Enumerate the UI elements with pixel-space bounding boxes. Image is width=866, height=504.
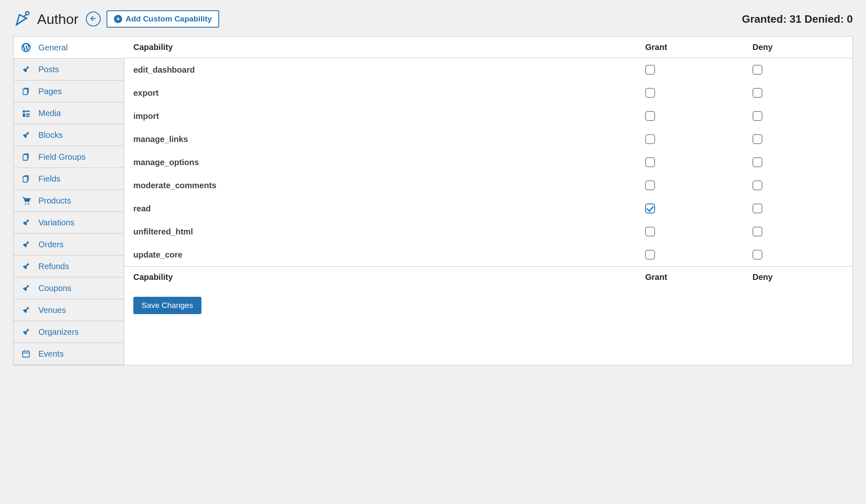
wordpress-icon <box>21 43 31 52</box>
sidebar-item-label: Variations <box>38 218 74 227</box>
grant-cell <box>645 227 752 237</box>
sidebar-item-label: Refunds <box>38 262 69 271</box>
sidebar-item-label: Venues <box>38 305 66 315</box>
sidebar-item-label: Field Groups <box>38 152 86 162</box>
sidebar-item-field-groups[interactable]: Field Groups <box>14 146 124 168</box>
svg-rect-13 <box>23 351 30 357</box>
pin-icon <box>21 283 31 293</box>
deny-checkbox[interactable] <box>752 88 762 98</box>
table-footer: Capability Grant Deny <box>124 266 852 288</box>
deny-checkbox[interactable] <box>752 65 762 75</box>
add-custom-capability-button[interactable]: + Add Custom Capability <box>106 10 219 28</box>
plus-circle-icon: + <box>114 15 122 23</box>
sidebar-item-organizers[interactable]: Organizers <box>14 321 124 343</box>
deny-checkbox[interactable] <box>752 180 762 190</box>
col-capability: Capability <box>133 272 645 282</box>
grant-checkbox[interactable] <box>645 157 655 167</box>
deny-checkbox[interactable] <box>752 203 762 213</box>
sidebar-item-variations[interactable]: Variations <box>14 212 124 234</box>
sidebar-item-label: Posts <box>38 65 59 74</box>
deny-cell <box>752 157 843 167</box>
capability-name: unfiltered_html <box>133 227 645 237</box>
capability-name: read <box>133 204 645 213</box>
capability-row: manage_links <box>124 128 852 151</box>
svg-line-1 <box>24 14 26 17</box>
sidebar-item-venues[interactable]: Venues <box>14 299 124 321</box>
sidebar-item-label: Media <box>38 109 61 118</box>
svg-rect-5 <box>23 89 28 95</box>
deny-checkbox[interactable] <box>752 250 762 260</box>
sidebar-item-events[interactable]: Events <box>14 343 124 365</box>
grant-checkbox[interactable] <box>645 65 655 75</box>
deny-checkbox[interactable] <box>752 134 762 144</box>
svg-point-12 <box>28 203 29 205</box>
main-panel: GeneralPostsPagesMediaBlocksField Groups… <box>13 36 853 365</box>
sidebar-item-fields[interactable]: Fields <box>14 168 124 190</box>
sidebar-item-coupons[interactable]: Coupons <box>14 277 124 299</box>
sidebar-item-label: Products <box>38 196 71 206</box>
page-title: Author <box>37 11 78 27</box>
deny-checkbox[interactable] <box>752 111 762 121</box>
deny-cell <box>752 134 843 144</box>
capability-row: moderate_comments <box>124 174 852 197</box>
role-icon <box>13 10 31 28</box>
deny-cell <box>752 250 843 260</box>
sidebar-item-label: Orders <box>38 240 64 249</box>
media-icon <box>21 108 31 118</box>
page-header: Author + Add Custom Capability Granted: … <box>0 0 866 36</box>
granted-count: 31 <box>790 13 802 25</box>
capability-row: unfiltered_html <box>124 220 852 243</box>
sidebar-item-orders[interactable]: Orders <box>14 234 124 256</box>
sidebar-item-posts[interactable]: Posts <box>14 59 124 80</box>
back-button[interactable] <box>86 12 101 26</box>
pin-icon <box>21 327 31 337</box>
sidebar-item-label: Pages <box>38 87 62 96</box>
content-area: Capability Grant Deny edit_dashboardexpo… <box>124 37 852 365</box>
counts-summary: Granted: 31 Denied: 0 <box>742 13 853 26</box>
sidebar-item-general[interactable]: General <box>14 37 124 59</box>
capability-name: manage_options <box>133 158 645 167</box>
grant-checkbox[interactable] <box>645 203 655 213</box>
grant-cell <box>645 250 752 260</box>
svg-rect-8 <box>23 155 28 161</box>
sidebar-item-label: Coupons <box>38 284 71 293</box>
grant-cell <box>645 134 752 144</box>
deny-checkbox[interactable] <box>752 227 762 237</box>
grant-checkbox[interactable] <box>645 227 655 237</box>
deny-checkbox[interactable] <box>752 157 762 167</box>
pin-icon <box>21 305 31 315</box>
sidebar-item-products[interactable]: Products <box>14 190 124 212</box>
save-changes-button[interactable]: Save Changes <box>133 297 201 314</box>
deny-cell <box>752 227 843 237</box>
capability-row: update_core <box>124 243 852 266</box>
grant-cell <box>645 180 752 190</box>
col-grant: Grant <box>645 43 752 52</box>
grant-checkbox[interactable] <box>645 180 655 190</box>
grant-cell <box>645 88 752 98</box>
col-grant: Grant <box>645 272 752 282</box>
sidebar-item-pages[interactable]: Pages <box>14 80 124 102</box>
arrow-left-icon <box>89 14 97 24</box>
cart-icon <box>21 196 31 206</box>
svg-point-11 <box>25 203 26 205</box>
table-header: Capability Grant Deny <box>124 37 852 58</box>
capability-name: edit_dashboard <box>133 65 645 75</box>
sidebar-item-refunds[interactable]: Refunds <box>14 256 124 277</box>
capability-name: import <box>133 111 645 121</box>
capability-row: read <box>124 197 852 220</box>
grant-checkbox[interactable] <box>645 88 655 98</box>
grant-checkbox[interactable] <box>645 111 655 121</box>
deny-cell <box>752 180 843 190</box>
pin-icon <box>21 64 31 74</box>
copy-icon <box>21 152 31 162</box>
grant-checkbox[interactable] <box>645 134 655 144</box>
sidebar-item-blocks[interactable]: Blocks <box>14 124 124 146</box>
grant-checkbox[interactable] <box>645 250 655 260</box>
grant-cell <box>645 157 752 167</box>
pin-icon <box>21 130 31 140</box>
calendar-icon <box>21 349 31 359</box>
sidebar-item-media[interactable]: Media <box>14 102 124 124</box>
grant-cell <box>645 203 752 213</box>
capability-name: export <box>133 88 645 98</box>
add-custom-capability-label: Add Custom Capability <box>125 14 212 24</box>
